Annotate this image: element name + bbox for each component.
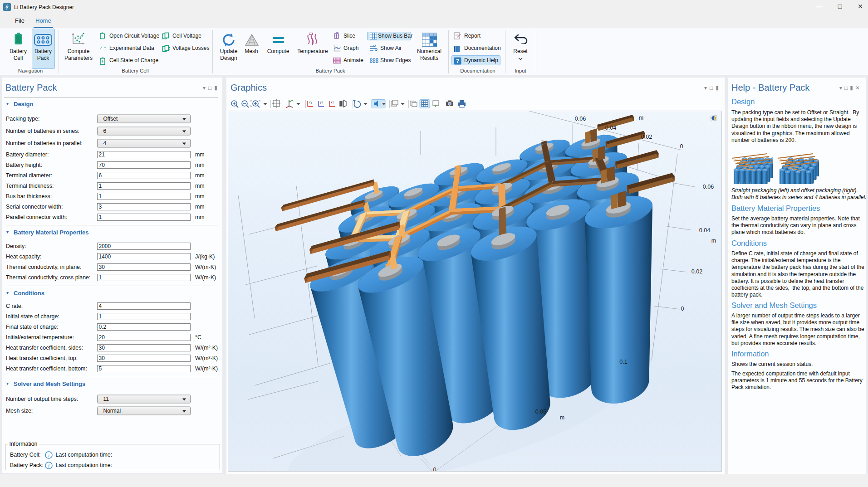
svg-text:i: i — [48, 463, 49, 468]
svg-text:0: 0 — [681, 306, 684, 312]
svg-text:0.04: 0.04 — [699, 227, 710, 234]
svg-text:0: 0 — [433, 467, 436, 472]
svg-text:0.04: 0.04 — [605, 125, 616, 131]
svg-text:m: m — [639, 115, 643, 121]
svg-text:0.05: 0.05 — [535, 409, 546, 415]
svg-text:0.02: 0.02 — [641, 134, 652, 140]
svg-text:xz: xz — [331, 101, 334, 104]
svg-text:0.06: 0.06 — [575, 116, 586, 122]
svg-text:0.06: 0.06 — [703, 184, 714, 190]
svg-text:xy: xy — [309, 101, 313, 104]
svg-text:i: i — [48, 453, 49, 458]
svg-text:?: ? — [456, 58, 460, 64]
svg-text:0.02: 0.02 — [691, 268, 702, 275]
svg-text:0: 0 — [680, 143, 683, 150]
svg-text:yz: yz — [320, 101, 324, 104]
svg-text:m: m — [560, 414, 564, 421]
svg-text:0.1: 0.1 — [619, 359, 627, 365]
svg-text:m: m — [711, 238, 716, 244]
